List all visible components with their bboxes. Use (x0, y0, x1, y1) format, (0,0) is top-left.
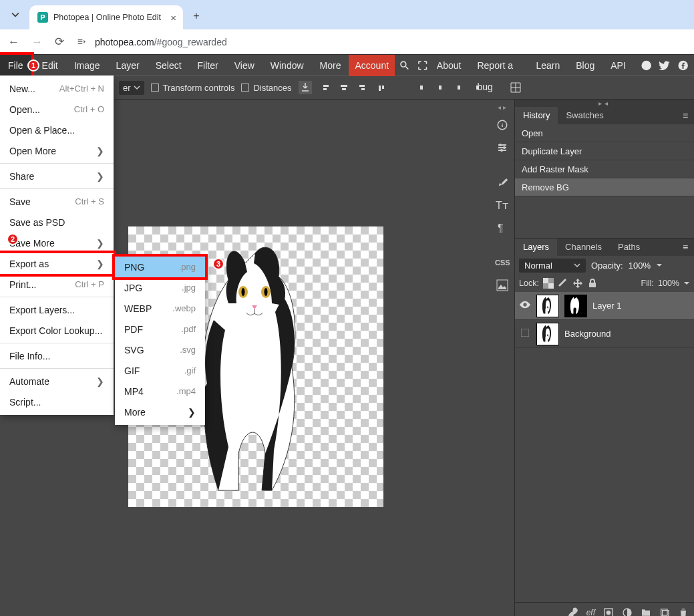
opacity-arrow-icon[interactable] (656, 262, 663, 269)
export-format-item[interactable]: WEBP.webp (115, 298, 205, 319)
close-tab-icon[interactable]: × (170, 12, 176, 23)
adjustment-layer-icon[interactable] (622, 607, 633, 617)
fill-arrow-icon[interactable] (683, 280, 690, 287)
new-layer-icon[interactable] (659, 607, 670, 617)
fullscreen-icon[interactable] (417, 58, 428, 73)
file-menu-item[interactable]: SaveCtrl + S (0, 191, 114, 212)
link-api[interactable]: API (602, 55, 634, 76)
export-format-item[interactable]: SVG.svg (115, 339, 205, 360)
align-left-icon[interactable] (320, 82, 331, 93)
collapse-right[interactable]: ▸◂ (515, 100, 694, 107)
link-blog[interactable]: Blog (568, 55, 602, 76)
tab-search-button[interactable] (5, 5, 25, 24)
file-menu-item[interactable]: Open & Place... (0, 120, 114, 140)
export-format-item[interactable]: PNG.png (115, 257, 205, 277)
link-report-bug[interactable]: Report a bug (469, 55, 528, 76)
file-menu-item[interactable]: Print...Ctrl + P (0, 274, 114, 295)
history-item[interactable]: Duplicate Layer (515, 142, 694, 160)
tab-layers[interactable]: Layers (515, 239, 557, 256)
tab-swatches[interactable]: Swatches (558, 107, 611, 124)
file-menu-item[interactable]: Export Color Lookup... (0, 320, 114, 341)
menu-window[interactable]: Window (263, 55, 312, 76)
export-format-item[interactable]: GIF.gif (115, 360, 205, 381)
new-tab-button[interactable]: + (187, 7, 206, 25)
file-menu-item[interactable]: Share❯ (0, 166, 114, 186)
export-format-item[interactable]: PDF.pdf (115, 319, 205, 339)
facebook-icon[interactable] (677, 58, 689, 73)
visibility-checkbox[interactable] (519, 329, 531, 339)
layer-mask-thumbnail[interactable] (564, 295, 587, 317)
layers-menu-icon[interactable]: ≡ (679, 242, 691, 253)
browser-tab[interactable]: P Photopea | Online Photo Edit × (29, 5, 183, 29)
reddit-icon[interactable] (641, 58, 652, 73)
paragraph-panel-icon[interactable]: ¶ (493, 218, 512, 237)
file-menu-item[interactable]: New...Alt+Ctrl + N (0, 78, 114, 99)
align-center-h-icon[interactable] (339, 82, 349, 93)
menu-image[interactable]: Image (66, 55, 108, 76)
file-menu-item[interactable]: Script... (0, 392, 114, 412)
lock-all-icon[interactable] (587, 278, 598, 289)
layer-mask-icon[interactable] (603, 607, 614, 617)
menu-filter[interactable]: Filter (190, 55, 226, 76)
menu-more[interactable]: More (312, 55, 349, 76)
file-menu-item[interactable]: File Info... (0, 345, 114, 366)
collapse-toggle[interactable]: ◂ ▸ (490, 104, 514, 112)
url-display[interactable]: photopea.com/#goog_rewarded (76, 37, 686, 47)
css-panel-icon[interactable]: CSS (493, 253, 512, 272)
file-menu-item[interactable]: Export Layers... (0, 299, 114, 320)
export-format-item[interactable]: MP4.mp4 (115, 381, 205, 402)
file-menu-item[interactable]: Open More❯ (0, 140, 114, 161)
menu-select[interactable]: Select (148, 55, 190, 76)
grid-icon[interactable] (510, 82, 522, 94)
distribute-3-icon[interactable] (454, 82, 464, 93)
distribute-v-icon[interactable] (435, 82, 446, 93)
menu-file[interactable]: File (0, 55, 31, 76)
layer-row[interactable]: Layer 1 (515, 292, 694, 320)
export-format-item[interactable]: More❯ (115, 402, 205, 422)
lock-transparent-icon[interactable] (543, 278, 554, 289)
link-about[interactable]: About (429, 55, 470, 76)
search-icon[interactable] (399, 58, 410, 73)
file-menu-item[interactable]: Save as PSD (0, 212, 114, 233)
character-panel-icon[interactable]: Tᴛ (493, 196, 512, 214)
layer-effects-button[interactable]: eff (586, 608, 595, 617)
transform-controls-checkbox[interactable]: Transform controls (151, 83, 235, 93)
tab-history[interactable]: History (515, 107, 558, 124)
folder-icon[interactable] (641, 607, 651, 617)
file-menu-item[interactable]: Export as❯ (0, 253, 114, 274)
history-item[interactable]: Open (515, 124, 694, 142)
link-learn[interactable]: Learn (528, 55, 568, 76)
adjust-panel-icon[interactable] (493, 138, 512, 157)
delete-layer-icon[interactable] (678, 607, 689, 617)
history-item[interactable]: Remove BG (515, 178, 694, 196)
align-top-icon[interactable] (376, 82, 387, 93)
download-icon[interactable] (299, 81, 312, 94)
back-button[interactable]: ← (8, 35, 19, 49)
info-panel-icon[interactable] (493, 116, 512, 134)
fill-value[interactable]: 100% (658, 279, 679, 288)
export-format-item[interactable]: JPG.jpg (115, 277, 205, 298)
distribute-h-icon[interactable] (416, 82, 427, 93)
tab-paths[interactable]: Paths (610, 239, 648, 256)
distances-checkbox[interactable]: Distances (241, 83, 291, 93)
blend-mode-select[interactable]: Normal (519, 259, 586, 273)
layer-name[interactable]: Layer 1 (592, 301, 621, 311)
align-right-icon[interactable] (357, 82, 368, 93)
lock-position-icon[interactable] (572, 278, 583, 289)
brush-panel-icon[interactable] (493, 173, 512, 192)
link-layers-icon[interactable] (568, 607, 578, 617)
twitter-icon[interactable] (659, 58, 670, 73)
file-menu-item[interactable]: Open...Ctrl + O (0, 99, 114, 120)
tab-channels[interactable]: Channels (557, 239, 610, 256)
layer-thumbnail[interactable] (536, 295, 559, 317)
menu-account[interactable]: Account (349, 55, 395, 76)
layer-row[interactable]: Background (515, 320, 694, 348)
layer-select[interactable]: er (119, 81, 144, 95)
lock-image-icon[interactable] (558, 278, 568, 289)
layer-name[interactable]: Background (564, 329, 611, 339)
menu-layer[interactable]: Layer (108, 55, 148, 76)
forward-button[interactable]: → (31, 35, 43, 49)
menu-view[interactable]: View (226, 55, 263, 76)
file-menu-item[interactable]: Automate❯ (0, 371, 114, 392)
layer-thumbnail[interactable] (536, 323, 559, 345)
